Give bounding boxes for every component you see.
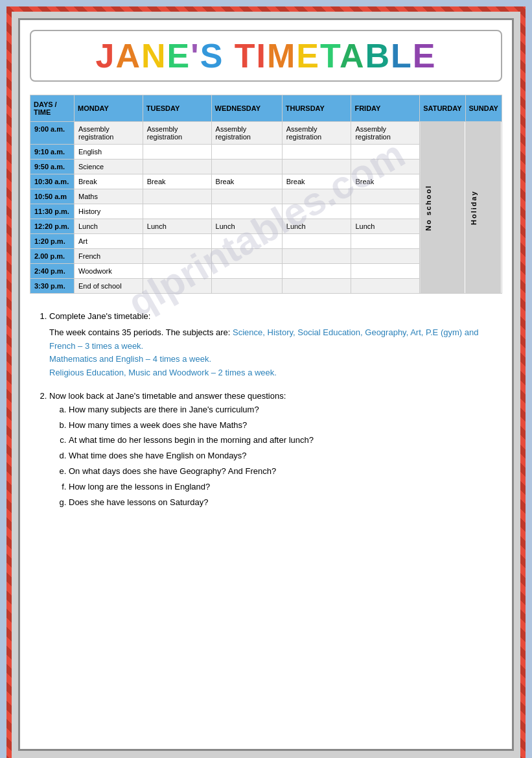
q1-intro-text: The week contains 35 periods. The subjec… xyxy=(49,326,496,353)
tuesday-cell xyxy=(143,145,211,160)
wednesday-cell xyxy=(211,249,282,264)
thursday-cell xyxy=(282,234,351,249)
time-cell: 9:10 a.m. xyxy=(30,145,75,160)
time-cell: 10:30 a.m. xyxy=(30,174,75,189)
page-container: JANE'S TIMETABLE qlprintables.com DAYS /… xyxy=(6,6,526,758)
time-cell: 1:20 p.m. xyxy=(30,234,75,249)
sub-question-a: How many subjects are there in Jane's cu… xyxy=(69,403,496,417)
title-letter-e2: E xyxy=(296,37,320,75)
tuesday-cell xyxy=(143,249,211,264)
time-cell: 3:30 p.m. xyxy=(30,279,75,294)
tuesday-cell xyxy=(143,204,211,219)
header-monday: MONDAY xyxy=(75,95,143,122)
wednesday-cell xyxy=(211,160,282,174)
question-1: Complete Jane's timetable: The week cont… xyxy=(49,310,496,380)
title-box: JANE'S TIMETABLE xyxy=(30,30,502,82)
friday-cell xyxy=(351,145,420,160)
holiday-cell: Holiday xyxy=(465,122,502,294)
sub-question-b: How many times a week does she have Math… xyxy=(69,419,496,432)
sub-question-d: What time does she have English on Monda… xyxy=(69,449,496,463)
questions-section: Complete Jane's timetable: The week cont… xyxy=(30,310,502,509)
thursday-cell: Assembly registration xyxy=(282,122,351,145)
title-letter-b: B xyxy=(365,37,391,75)
wednesday-cell xyxy=(211,204,282,219)
wednesday-cell xyxy=(211,264,282,279)
wednesday-cell xyxy=(211,189,282,204)
monday-cell: History xyxy=(75,204,143,219)
q1-line3: Religious Education, Music and Woodwork … xyxy=(49,366,496,380)
title-letter-e3: E xyxy=(413,37,437,75)
title-letter-a2: A xyxy=(340,37,365,75)
header-thursday: THURSDAY xyxy=(282,95,351,122)
q1-label: Complete Jane's timetable: xyxy=(49,310,496,324)
tuesday-cell: Break xyxy=(143,174,211,189)
header-friday: FRIDAY xyxy=(351,95,420,122)
wednesday-cell xyxy=(211,279,282,294)
title-letter-j: J xyxy=(96,37,116,75)
q1-line2: Mathematics and English – 4 times a week… xyxy=(49,353,496,366)
table-row: 9:00 a.m. Assembly registration Assembly… xyxy=(30,122,502,145)
monday-cell: Break xyxy=(75,174,143,189)
thursday-cell xyxy=(282,249,351,264)
tuesday-cell xyxy=(143,189,211,204)
header-sunday: SUNDAY xyxy=(465,95,502,122)
q2-label: Now look back at Jane's timetable and an… xyxy=(49,390,496,403)
friday-cell: Break xyxy=(351,174,420,189)
time-cell: 12:20 p.m. xyxy=(30,219,75,234)
friday-cell xyxy=(351,249,420,264)
timetable: DAYS /TIME MONDAY TUESDAY WEDNESDAY THUR… xyxy=(30,95,502,294)
tuesday-cell: Lunch xyxy=(143,219,211,234)
monday-cell: Maths xyxy=(75,189,143,204)
monday-cell: Woodwork xyxy=(75,264,143,279)
title-apostrophe: ' xyxy=(191,37,200,75)
title-letter-t1: T xyxy=(235,37,257,75)
monday-cell: Science xyxy=(75,160,143,174)
header-tuesday: TUESDAY xyxy=(143,95,211,122)
wednesday-cell: Lunch xyxy=(211,219,282,234)
thursday-cell xyxy=(282,160,351,174)
monday-cell: French xyxy=(75,249,143,264)
tuesday-cell xyxy=(143,279,211,294)
title-letter-n: N xyxy=(141,37,167,75)
header-saturday: SATURDAY xyxy=(420,95,465,122)
header-wednesday: WEDNESDAY xyxy=(211,95,282,122)
wednesday-cell xyxy=(211,234,282,249)
friday-cell xyxy=(351,264,420,279)
monday-cell: English xyxy=(75,145,143,160)
friday-cell xyxy=(351,189,420,204)
title-letter-l: L xyxy=(391,37,413,75)
tuesday-cell xyxy=(143,264,211,279)
tuesday-cell: Assembly registration xyxy=(143,122,211,145)
title-letter-t2: T xyxy=(320,37,340,75)
friday-cell xyxy=(351,234,420,249)
title-letter-a: A xyxy=(115,37,141,75)
thursday-cell xyxy=(282,204,351,219)
time-cell: 11:30 p.m. xyxy=(30,204,75,219)
time-cell: 2:40 p.m. xyxy=(30,264,75,279)
thursday-cell: Lunch xyxy=(282,219,351,234)
sub-question-e: On what days does she have Geography? An… xyxy=(69,465,496,479)
monday-cell: End of school xyxy=(75,279,143,294)
monday-cell: Assembly registration xyxy=(75,122,143,145)
wednesday-cell xyxy=(211,145,282,160)
sub-question-g: Does she have lessons on Saturday? xyxy=(69,496,496,510)
wednesday-cell: Break xyxy=(211,174,282,189)
title-letter-m: M xyxy=(267,37,296,75)
title-letter-e: E xyxy=(167,37,191,75)
thursday-cell xyxy=(282,264,351,279)
sub-questions-list: How many subjects are there in Jane's cu… xyxy=(69,403,496,510)
time-cell: 9:00 a.m. xyxy=(30,122,75,145)
wednesday-cell: Assembly registration xyxy=(211,122,282,145)
question-2: Now look back at Jane's timetable and an… xyxy=(49,390,496,509)
inner-container: JANE'S TIMETABLE qlprintables.com DAYS /… xyxy=(18,18,514,751)
main-questions-list: Complete Jane's timetable: The week cont… xyxy=(49,310,496,509)
no-school-cell: No school xyxy=(420,122,465,294)
sub-question-c: At what time do her lessons begin in the… xyxy=(69,434,496,447)
sub-question-f: How long are the lessons in England? xyxy=(69,480,496,494)
tuesday-cell xyxy=(143,234,211,249)
header-days-time: DAYS /TIME xyxy=(30,95,75,122)
friday-cell xyxy=(351,279,420,294)
title-text: JANE'S TIMETABLE xyxy=(44,36,488,75)
thursday-cell xyxy=(282,279,351,294)
time-cell: 9:50 a.m. xyxy=(30,160,75,174)
